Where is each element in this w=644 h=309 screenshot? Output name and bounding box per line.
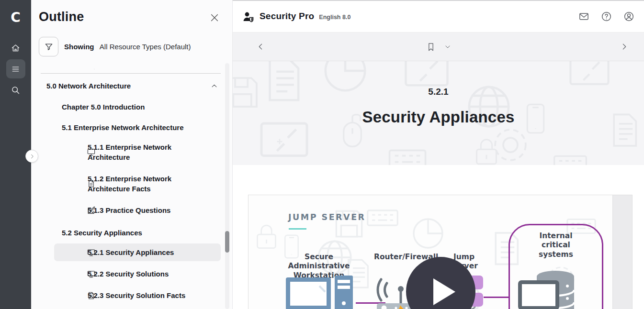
connector-line-right — [484, 297, 509, 298]
outline-section-5-0[interactable]: 5.0 Network Architecture — [39, 78, 223, 93]
next-lesson-button[interactable] — [614, 37, 633, 56]
document-icon — [87, 179, 96, 188]
video-player[interactable]: JUMP SERVER Secure Administrative Workst… — [248, 195, 633, 309]
outline-item-5-1-2[interactable]: 5.1.2 Enterprise Network Architecture Fa… — [54, 170, 198, 198]
main-area: Security Pro English 8.0 — [232, 0, 644, 309]
outline-item-5-1-3[interactable]: 5.1.3 Practice Questions — [54, 201, 223, 219]
home-icon — [11, 43, 21, 53]
outline-scrollbar-thumb[interactable] — [225, 231, 229, 253]
outline-item-5-2[interactable]: 5.2 Security Appliances — [39, 226, 223, 240]
chevron-right-icon — [620, 43, 628, 51]
edit-icon — [87, 68, 96, 69]
messages-button[interactable] — [578, 11, 589, 22]
outline-item-5-1-1[interactable]: 5.1.1 Enterprise Network Architecture — [54, 138, 198, 166]
play-icon — [433, 278, 455, 305]
user-shield-icon — [242, 11, 255, 22]
close-icon — [209, 12, 220, 23]
help-icon — [601, 11, 612, 22]
outline-item-5-2-3[interactable]: 5.2.3 Security Solution Facts — [54, 287, 223, 304]
account-icon — [623, 11, 634, 22]
workstation-graphic — [286, 276, 353, 309]
lesson-toolbar — [233, 33, 644, 61]
video-lesson-icon — [87, 248, 96, 257]
video-lesson-icon — [87, 269, 96, 278]
internal-systems-label: Internal critical systems — [524, 232, 588, 259]
outline-panel: Outline Showing All Resource Types (Defa… — [31, 0, 232, 309]
search-icon — [11, 85, 21, 95]
chevron-down-icon — [444, 44, 451, 50]
filter-button[interactable] — [39, 37, 58, 56]
chevron-up-icon[interactable] — [211, 82, 218, 89]
lesson-title: Security Appliances — [233, 108, 644, 126]
outline-item-chapter-5-0[interactable]: Chapter 5.0 Introduction — [39, 100, 223, 114]
close-outline-button[interactable] — [209, 12, 220, 23]
pie-pattern-icon — [409, 214, 447, 253]
chevron-left-icon — [257, 43, 265, 51]
mail-icon — [578, 11, 589, 22]
edit-icon — [87, 206, 96, 215]
outline-item-5-1[interactable]: 5.1 Enterprise Network Architecture — [39, 121, 223, 134]
title-underline — [289, 228, 306, 230]
previous-lesson-button[interactable] — [251, 37, 270, 56]
plus-pattern-icon — [273, 135, 286, 148]
bookmark-menu-button[interactable] — [444, 44, 451, 50]
outline-list: 4.8.3 Practice Questions 5.0 Network Arc… — [31, 56, 232, 309]
lock-pattern-icon — [251, 221, 282, 253]
internal-monitor-graphic — [518, 280, 559, 309]
document-icon — [87, 291, 96, 300]
video-lesson-icon — [87, 148, 96, 157]
filter-value: All Resource Types (Default) — [100, 43, 191, 51]
filter-funnel-icon — [44, 42, 54, 52]
outline-item-5-2-1-selected[interactable]: 5.2.1 Security Appliances — [54, 243, 221, 261]
chevron-right-icon — [29, 154, 35, 159]
app-window: C Outline Showing All Resource Types (De… — [0, 0, 644, 309]
rail-outline-button[interactable] — [6, 59, 25, 78]
course-edition: English 8.0 — [319, 14, 350, 21]
bookmark-button[interactable] — [426, 41, 436, 53]
filter-showing-label: Showing — [64, 43, 94, 51]
lesson-content: 5.2.1 Security Appliances — [233, 61, 644, 309]
outline-item-5-2-2[interactable]: 5.2.2 Security Solutions — [54, 265, 223, 283]
rail-home-button[interactable] — [6, 38, 25, 57]
app-header: Security Pro English 8.0 — [233, 0, 644, 33]
rail-search-button[interactable] — [6, 80, 25, 99]
brand-logo: C — [11, 7, 21, 28]
help-button[interactable] — [601, 11, 612, 22]
course-title: Security Pro — [260, 11, 314, 22]
outline-title: Outline — [39, 10, 84, 24]
diagram-title: JUMP SERVER — [288, 212, 366, 222]
video-side-panel — [612, 195, 632, 309]
keyboard-pattern-icon — [539, 145, 601, 165]
outline-item-clipped[interactable]: 4.8.3 Practice Questions — [54, 64, 223, 69]
account-button[interactable] — [623, 11, 634, 22]
bookmark-icon — [426, 41, 436, 53]
lesson-hero: 5.2.1 Security Appliances — [233, 61, 644, 165]
keyboard-pattern-icon — [372, 138, 443, 165]
menu-icon — [11, 64, 21, 74]
video-thumbnail: JUMP SERVER Secure Administrative Workst… — [249, 195, 612, 309]
lesson-number: 5.2.1 — [233, 87, 644, 97]
router-firewall-label: Router/Firewall — [374, 253, 417, 262]
outline-scrollbar[interactable] — [225, 63, 229, 309]
outline-divider — [41, 73, 221, 74]
expand-panel-button[interactable] — [25, 150, 38, 163]
